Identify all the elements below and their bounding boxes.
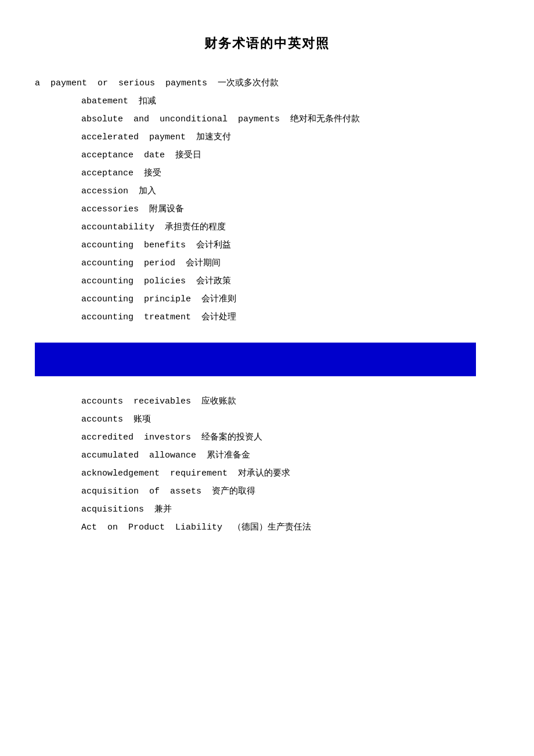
- term-line: abatement 扣减: [81, 93, 499, 109]
- term-line: accounts receivables 应收账款: [81, 394, 499, 409]
- term-line: accounting treatment 会计处理: [81, 309, 499, 325]
- term-line: acquisitions 兼并: [81, 502, 499, 517]
- term-line: accounting policies 会计政策: [81, 273, 499, 289]
- page-title: 财务术语的中英对照: [35, 35, 499, 52]
- term-line: a payment or serious payments 一次或多次付款: [35, 75, 499, 91]
- title-section: 财务术语的中英对照: [35, 35, 499, 52]
- term-line: accounting period 会计期间: [81, 255, 499, 271]
- term-line: acceptance date 接受日: [81, 147, 499, 163]
- term-line: accounting principle 会计准则: [81, 291, 499, 307]
- term-line: acknowledgement requirement 对承认的要求: [81, 466, 499, 481]
- term-line: absolute and unconditional payments 绝对和无…: [81, 111, 499, 127]
- page-container: 财务术语的中英对照 a payment or serious payments …: [0, 0, 534, 756]
- term-line: accountability 承担责任的程度: [81, 219, 499, 235]
- term-line: accumulated allowance 累计准备金: [81, 448, 499, 463]
- term-line: accredited investors 经备案的投资人: [81, 430, 499, 445]
- term-line: accounting benefits 会计利益: [81, 237, 499, 253]
- term-line: acquisition of assets 资产的取得: [81, 484, 499, 499]
- term-line: accounts 账项: [81, 412, 499, 427]
- term-line: accelerated payment 加速支付: [81, 129, 499, 145]
- term-line: Act on Product Liability （德国）生产责任法: [81, 520, 499, 535]
- first-section: a payment or serious payments 一次或多次付款aba…: [35, 75, 499, 325]
- term-line: accession 加入: [81, 183, 499, 199]
- blue-banner: [35, 343, 476, 376]
- term-line: acceptance 接受: [81, 165, 499, 181]
- term-line: accessories 附属设备: [81, 201, 499, 217]
- second-section: accounts receivables 应收账款accounts 账项accr…: [35, 394, 499, 535]
